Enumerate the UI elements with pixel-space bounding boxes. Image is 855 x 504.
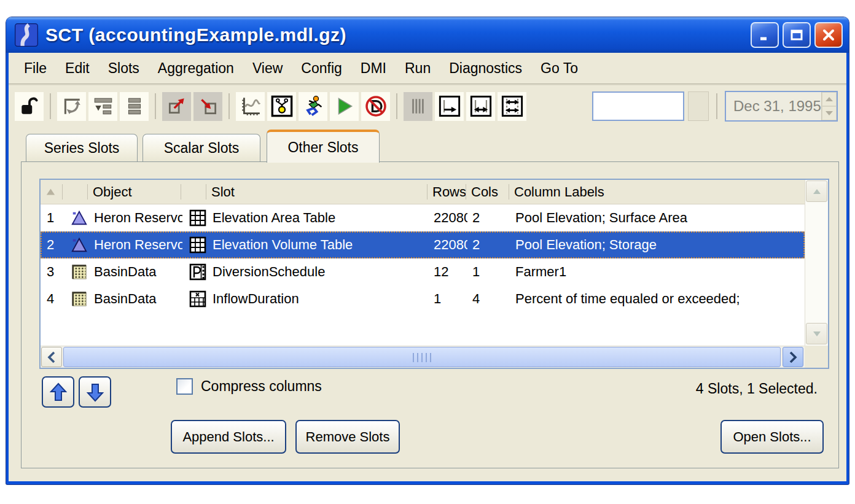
chevron-up-icon bbox=[812, 188, 822, 195]
scroll-left-button[interactable] bbox=[41, 347, 62, 367]
object-name: BasinData bbox=[89, 287, 182, 311]
plot-button[interactable] bbox=[236, 92, 265, 121]
dispatch-goal-icon bbox=[270, 95, 294, 118]
object-column-header[interactable]: Object bbox=[88, 180, 181, 204]
minimize-icon bbox=[758, 28, 771, 42]
tab-other-slots[interactable]: Other Slots bbox=[267, 130, 380, 163]
horizontal-scroll-thumb[interactable] bbox=[63, 347, 781, 367]
menu-goto[interactable]: Go To bbox=[531, 56, 587, 80]
show-grid-lines-button[interactable] bbox=[404, 92, 432, 121]
dispatch-goal-button[interactable] bbox=[267, 92, 296, 121]
cols-column-header[interactable]: Cols bbox=[466, 180, 509, 204]
start-run-button[interactable] bbox=[330, 92, 359, 121]
remove-slots-button[interactable]: Remove Slots bbox=[295, 420, 400, 454]
column-labels: Pool Elevation; Surface Area bbox=[510, 206, 803, 230]
collapse-aggregates-button[interactable] bbox=[193, 92, 222, 121]
menu-view[interactable]: View bbox=[243, 56, 292, 80]
table-row[interactable]: 3 BasinData DiversionSchedule 12 1 Farme… bbox=[41, 258, 805, 285]
append-slots-button[interactable]: Append Slots... bbox=[171, 420, 286, 454]
arrow-down-icon bbox=[85, 382, 105, 403]
slot-table: Object Slot Rows Cols Column Labels 1 He… bbox=[39, 179, 829, 369]
row-count: 1 bbox=[429, 287, 467, 311]
fit-column-width-button[interactable] bbox=[435, 92, 464, 121]
menu-run[interactable]: Run bbox=[396, 56, 440, 80]
row-count: 22080 bbox=[429, 233, 467, 257]
run-control-button[interactable] bbox=[299, 92, 327, 121]
filter-apply-button[interactable] bbox=[688, 91, 709, 121]
maximize-button[interactable] bbox=[783, 22, 811, 48]
menu-dmi[interactable]: DMI bbox=[351, 56, 396, 80]
menu-config[interactable]: Config bbox=[292, 56, 351, 80]
horizontal-scrollbar[interactable] bbox=[41, 346, 805, 368]
spin-up-icon bbox=[825, 96, 834, 102]
column-labels-column-header[interactable]: Column Labels bbox=[509, 180, 805, 204]
move-slot-up-button[interactable] bbox=[42, 376, 74, 408]
spin-up-button[interactable] bbox=[822, 92, 837, 106]
plot-icon bbox=[240, 95, 262, 117]
expand-aggregates-button[interactable] bbox=[162, 92, 191, 121]
screen: SCT (accountingExample.mdl.gz) File Edit… bbox=[0, 0, 855, 504]
scroll-down-button[interactable] bbox=[806, 323, 827, 344]
chevron-right-icon bbox=[788, 351, 798, 363]
tab-label: Other Slots bbox=[287, 139, 358, 156]
open-slots-button[interactable]: Open Slots... bbox=[720, 420, 824, 454]
menu-file[interactable]: File bbox=[15, 56, 56, 80]
tab-scalar-slots[interactable]: Scalar Slots bbox=[142, 134, 260, 162]
slot-table-body: 1 Heron Reservoir Elevation Area Table 2… bbox=[41, 204, 805, 346]
slot-table-header: Object Slot Rows Cols Column Labels bbox=[41, 180, 805, 204]
row-count: 12 bbox=[429, 260, 467, 284]
scroll-right-button[interactable] bbox=[783, 347, 803, 367]
sort-column-header[interactable] bbox=[41, 180, 63, 204]
scroll-up-button[interactable] bbox=[806, 180, 827, 202]
table-slot-icon bbox=[182, 233, 208, 257]
flat-list-view-button[interactable] bbox=[120, 92, 149, 121]
minimize-button[interactable] bbox=[751, 22, 779, 48]
rows-column-header[interactable]: Rows bbox=[428, 180, 466, 204]
menu-diagnostics[interactable]: Diagnostics bbox=[440, 56, 531, 80]
close-icon bbox=[821, 28, 836, 42]
aggregation-view-icon bbox=[92, 95, 114, 117]
slot-icon-column-header[interactable] bbox=[181, 180, 206, 204]
aggregation-view-button[interactable] bbox=[88, 92, 117, 121]
menu-edit[interactable]: Edit bbox=[56, 56, 99, 80]
chevron-left-icon bbox=[47, 351, 57, 363]
vertical-scrollbar[interactable] bbox=[805, 180, 828, 346]
col-count: 4 bbox=[467, 287, 510, 311]
slot-filter-input[interactable] bbox=[592, 91, 684, 121]
tab-series-slots[interactable]: Series Slots bbox=[26, 134, 138, 162]
fit-all-columns-button[interactable] bbox=[498, 92, 526, 121]
move-slot-down-button[interactable] bbox=[79, 376, 111, 408]
slot-column-header[interactable]: Slot bbox=[206, 180, 428, 204]
table-slot-icon bbox=[182, 206, 208, 230]
fit-visible-columns-button[interactable] bbox=[466, 92, 495, 121]
compress-columns-checkbox[interactable] bbox=[176, 378, 193, 395]
reservoir-icon bbox=[64, 206, 89, 230]
stop-run-icon bbox=[364, 95, 388, 118]
table-row-selected[interactable]: 2 Heron Reservoir Elevation Volume Table… bbox=[41, 231, 805, 258]
close-button[interactable] bbox=[814, 22, 843, 48]
title-bar[interactable]: SCT (accountingExample.mdl.gz) bbox=[6, 17, 849, 53]
toolbar-separator bbox=[716, 93, 717, 119]
swap-orientation-button[interactable] bbox=[57, 92, 86, 121]
datetime-spinner[interactable]: Dec 31, 1995 bbox=[725, 91, 838, 122]
table-row[interactable]: 4 BasinData InflowDuration 1 4 Percent o… bbox=[41, 285, 805, 312]
row-number: 4 bbox=[42, 287, 64, 311]
sort-ascending-icon bbox=[45, 187, 56, 196]
lock-open-button[interactable] bbox=[15, 92, 44, 121]
menu-aggregation[interactable]: Aggregation bbox=[149, 56, 243, 80]
menu-bar: File Edit Slots Aggregation View Config … bbox=[9, 53, 846, 84]
scroll-thumb-grip bbox=[413, 353, 431, 362]
object-icon-column-header[interactable] bbox=[63, 180, 88, 204]
tab-label: Series Slots bbox=[44, 140, 120, 157]
column-labels: Farmer1 bbox=[510, 260, 803, 284]
menu-slots[interactable]: Slots bbox=[99, 56, 149, 80]
compress-columns-label: Compress columns bbox=[201, 378, 322, 395]
object-name: Heron Reservoir bbox=[89, 233, 182, 257]
spin-down-button[interactable] bbox=[822, 106, 837, 120]
toolbar-separator bbox=[155, 93, 156, 119]
run-control-icon bbox=[302, 95, 325, 118]
sct-window: SCT (accountingExample.mdl.gz) File Edit… bbox=[6, 17, 849, 484]
stop-run-button[interactable] bbox=[361, 92, 390, 121]
table-row[interactable]: 1 Heron Reservoir Elevation Area Table 2… bbox=[41, 204, 805, 231]
object-name: BasinData bbox=[89, 260, 182, 284]
